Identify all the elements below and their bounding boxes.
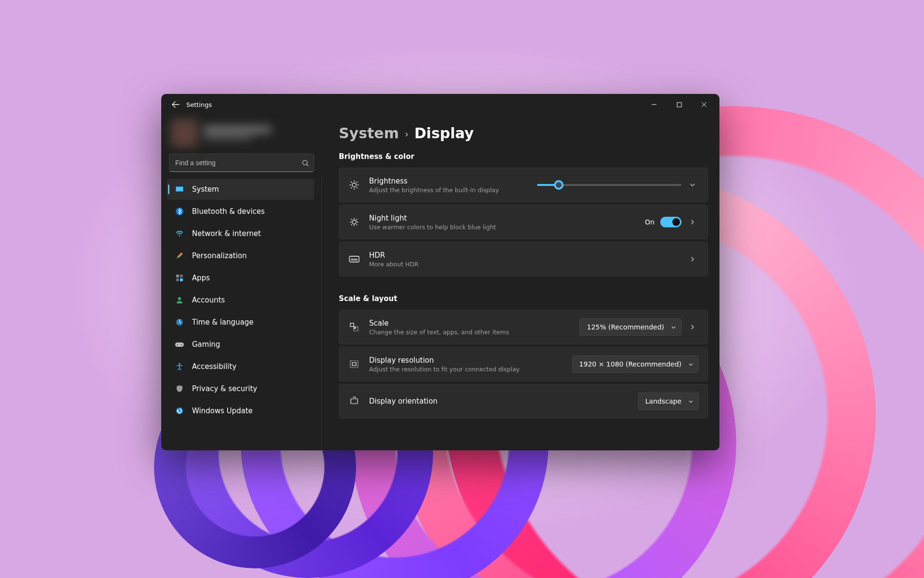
dropdown-value: Landscape bbox=[645, 397, 681, 405]
svg-point-18 bbox=[352, 220, 356, 224]
card-subtitle: Adjust the brightness of the built-in di… bbox=[369, 186, 528, 194]
brightness-slider[interactable] bbox=[537, 180, 681, 190]
sidebar-item-label: Gaming bbox=[192, 340, 220, 349]
night-light-icon bbox=[348, 217, 360, 227]
chevron-right-icon: › bbox=[405, 128, 409, 140]
back-button[interactable] bbox=[168, 97, 183, 112]
sidebar-nav: System Bluetooth & devices Network & int… bbox=[167, 179, 316, 421]
svg-point-5 bbox=[179, 235, 180, 236]
resolution-icon bbox=[348, 359, 360, 369]
card-scale[interactable]: Scale Change the size of text, apps, and… bbox=[339, 310, 708, 344]
hdr-icon: HDR bbox=[348, 255, 360, 263]
svg-rect-3 bbox=[176, 187, 183, 191]
close-icon bbox=[701, 102, 707, 107]
settings-window: Settings bbox=[161, 94, 719, 450]
resolution-dropdown[interactable]: 1920 × 1080 (Recommended) bbox=[572, 355, 699, 373]
card-orientation[interactable]: Display orientation Landscape bbox=[339, 384, 708, 419]
svg-rect-7 bbox=[180, 275, 183, 277]
card-subtitle: Use warmer colors to help block blue lig… bbox=[369, 223, 636, 231]
close-button[interactable] bbox=[692, 95, 717, 114]
scale-dropdown[interactable]: 125% (Recommended) bbox=[579, 318, 681, 336]
sidebar-item-gaming[interactable]: Gaming bbox=[167, 334, 314, 355]
chevron-down-icon bbox=[688, 362, 693, 367]
bluetooth-icon bbox=[175, 207, 184, 216]
sidebar-item-privacy[interactable]: Privacy & security bbox=[167, 378, 314, 399]
gamepad-icon bbox=[175, 340, 184, 349]
svg-rect-23 bbox=[350, 361, 358, 368]
toggle-state-label: On bbox=[645, 218, 654, 226]
svg-text:HDR: HDR bbox=[351, 258, 358, 261]
sidebar-item-label: Apps bbox=[192, 274, 210, 282]
chevron-down-icon[interactable] bbox=[689, 182, 699, 188]
scale-icon bbox=[348, 322, 360, 332]
minimize-icon bbox=[651, 102, 657, 107]
search-box[interactable] bbox=[169, 154, 314, 172]
sidebar-item-label: Accounts bbox=[192, 296, 225, 304]
apps-icon bbox=[175, 273, 184, 283]
sidebar-item-bluetooth[interactable]: Bluetooth & devices bbox=[167, 201, 314, 222]
night-light-toggle[interactable]: On bbox=[645, 217, 681, 227]
breadcrumb-root[interactable]: System bbox=[339, 125, 399, 142]
sidebar-item-label: System bbox=[192, 185, 219, 194]
breadcrumb-leaf: Display bbox=[414, 125, 474, 142]
svg-point-16 bbox=[176, 407, 183, 414]
sidebar-item-label: Accessibility bbox=[192, 362, 236, 371]
search-input[interactable] bbox=[175, 159, 302, 167]
titlebar: Settings bbox=[161, 94, 719, 115]
sidebar-item-label: Bluetooth & devices bbox=[192, 207, 265, 216]
card-hdr[interactable]: HDR HDR More about HDR bbox=[339, 242, 708, 276]
chevron-right-icon[interactable] bbox=[689, 219, 699, 225]
minimize-button[interactable] bbox=[642, 95, 667, 114]
sidebar: System Bluetooth & devices Network & int… bbox=[161, 115, 322, 450]
orientation-dropdown[interactable]: Landscape bbox=[638, 393, 699, 410]
wifi-icon bbox=[175, 229, 184, 238]
chevron-right-icon[interactable] bbox=[689, 256, 699, 263]
svg-point-15 bbox=[179, 363, 180, 365]
dropdown-value: 1920 × 1080 (Recommended) bbox=[579, 360, 681, 368]
card-title: HDR bbox=[369, 251, 680, 260]
sidebar-item-label: Privacy & security bbox=[192, 384, 257, 393]
sidebar-item-personalization[interactable]: Personalization bbox=[167, 245, 314, 266]
orientation-icon bbox=[348, 396, 360, 406]
card-title: Brightness bbox=[369, 177, 528, 185]
sidebar-item-accessibility[interactable]: Accessibility bbox=[167, 356, 314, 377]
user-profile[interactable] bbox=[167, 115, 316, 151]
card-title: Night light bbox=[369, 214, 636, 223]
svg-rect-25 bbox=[351, 399, 358, 404]
card-brightness[interactable]: Brightness Adjust the brightness of the … bbox=[339, 168, 708, 202]
chevron-down-icon bbox=[688, 399, 693, 404]
toggle-switch[interactable] bbox=[660, 217, 681, 227]
accessibility-icon bbox=[175, 362, 184, 371]
sidebar-item-accounts[interactable]: Accounts bbox=[167, 289, 314, 311]
update-icon bbox=[175, 406, 184, 416]
search-icon bbox=[302, 159, 309, 167]
section-brightness-color: Brightness & color bbox=[339, 152, 708, 161]
person-icon bbox=[175, 295, 184, 305]
svg-point-14 bbox=[181, 344, 182, 345]
sidebar-item-windows-update[interactable]: Windows Update bbox=[167, 400, 314, 421]
sidebar-item-apps[interactable]: Apps bbox=[167, 267, 314, 289]
window-title: Settings bbox=[186, 101, 212, 108]
card-title: Scale bbox=[369, 319, 571, 328]
card-night-light[interactable]: Night light Use warmer colors to help bl… bbox=[339, 205, 708, 239]
card-subtitle: More about HDR bbox=[369, 261, 680, 268]
dropdown-value: 125% (Recommended) bbox=[587, 323, 664, 331]
svg-rect-8 bbox=[176, 278, 179, 281]
sidebar-item-system[interactable]: System bbox=[167, 179, 314, 200]
maximize-icon bbox=[677, 102, 682, 107]
card-subtitle: Adjust the resolution to fit your connec… bbox=[369, 366, 564, 373]
content-pane: System › Display Brightness & color Brig… bbox=[322, 115, 719, 450]
sidebar-item-network[interactable]: Network & internet bbox=[167, 223, 314, 244]
svg-point-17 bbox=[352, 183, 356, 187]
arrow-left-icon bbox=[172, 101, 180, 108]
svg-rect-9 bbox=[180, 278, 183, 281]
card-resolution[interactable]: Display resolution Adjust the resolution… bbox=[339, 347, 708, 381]
globe-clock-icon bbox=[175, 317, 184, 327]
chevron-right-icon[interactable] bbox=[689, 324, 699, 330]
svg-rect-12 bbox=[175, 342, 184, 347]
maximize-button[interactable] bbox=[667, 95, 692, 114]
section-scale-layout: Scale & layout bbox=[339, 294, 708, 303]
svg-rect-0 bbox=[677, 103, 681, 107]
sidebar-item-label: Time & language bbox=[192, 318, 254, 327]
sidebar-item-time-language[interactable]: Time & language bbox=[167, 312, 314, 333]
